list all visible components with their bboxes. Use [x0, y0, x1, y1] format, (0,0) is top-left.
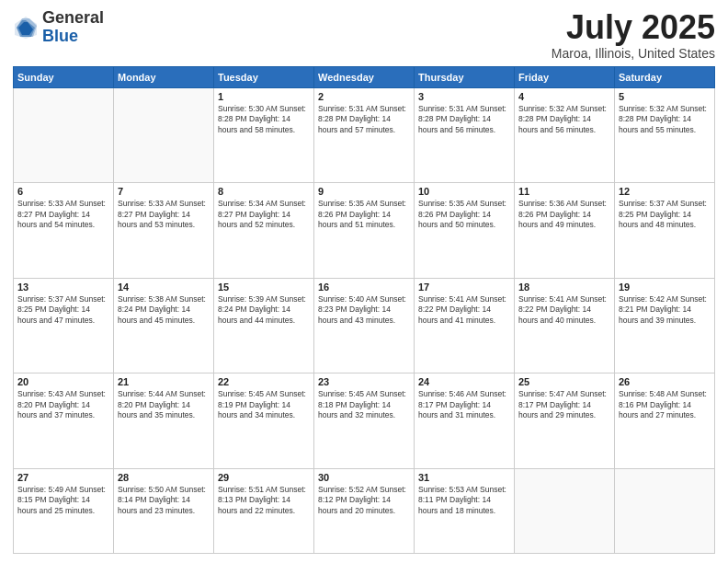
day-detail: Sunrise: 5:41 AM Sunset: 8:22 PM Dayligh… — [418, 294, 510, 326]
table-row: 16Sunrise: 5:40 AM Sunset: 8:23 PM Dayli… — [314, 278, 415, 373]
table-row: 24Sunrise: 5:46 AM Sunset: 8:17 PM Dayli… — [415, 373, 515, 469]
table-row: 10Sunrise: 5:35 AM Sunset: 8:26 PM Dayli… — [415, 183, 515, 279]
logo-blue-text: Blue — [42, 28, 104, 46]
table-row: 25Sunrise: 5:47 AM Sunset: 8:17 PM Dayli… — [515, 373, 615, 469]
day-number: 4 — [518, 91, 610, 102]
day-detail: Sunrise: 5:31 AM Sunset: 8:28 PM Dayligh… — [318, 104, 410, 135]
table-row: 20Sunrise: 5:43 AM Sunset: 8:20 PM Dayli… — [14, 373, 114, 469]
location-title: Maroa, Illinois, United States — [552, 46, 715, 61]
day-number: 27 — [17, 472, 109, 483]
table-row: 17Sunrise: 5:41 AM Sunset: 8:22 PM Dayli… — [415, 278, 515, 373]
day-number: 1 — [218, 91, 310, 102]
col-monday: Monday — [114, 66, 214, 87]
day-number: 6 — [17, 186, 109, 197]
day-detail: Sunrise: 5:34 AM Sunset: 8:27 PM Dayligh… — [218, 199, 310, 230]
col-thursday: Thursday — [415, 66, 515, 87]
table-row: 7Sunrise: 5:33 AM Sunset: 8:27 PM Daylig… — [114, 183, 214, 279]
table-row — [14, 87, 114, 183]
table-row: 22Sunrise: 5:45 AM Sunset: 8:19 PM Dayli… — [214, 373, 314, 469]
col-sunday: Sunday — [14, 66, 114, 87]
day-number: 2 — [318, 91, 410, 102]
table-row — [114, 87, 214, 183]
day-number: 28 — [118, 472, 210, 483]
day-detail: Sunrise: 5:48 AM Sunset: 8:16 PM Dayligh… — [619, 389, 711, 420]
day-detail: Sunrise: 5:53 AM Sunset: 8:11 PM Dayligh… — [418, 485, 510, 516]
day-detail: Sunrise: 5:40 AM Sunset: 8:23 PM Dayligh… — [318, 294, 410, 326]
logo-icon — [13, 15, 39, 40]
day-number: 20 — [17, 376, 109, 387]
table-row: 5Sunrise: 5:32 AM Sunset: 8:28 PM Daylig… — [615, 87, 715, 183]
day-detail: Sunrise: 5:31 AM Sunset: 8:28 PM Dayligh… — [418, 104, 510, 135]
day-number: 26 — [619, 376, 711, 387]
day-detail: Sunrise: 5:52 AM Sunset: 8:12 PM Dayligh… — [318, 485, 410, 516]
day-number: 25 — [518, 376, 610, 387]
day-detail: Sunrise: 5:45 AM Sunset: 8:18 PM Dayligh… — [318, 389, 410, 420]
day-detail: Sunrise: 5:49 AM Sunset: 8:15 PM Dayligh… — [17, 485, 109, 516]
day-number: 29 — [218, 472, 310, 483]
logo-text: General Blue — [42, 9, 104, 46]
day-number: 13 — [17, 282, 109, 293]
day-number: 30 — [318, 472, 410, 483]
day-detail: Sunrise: 5:30 AM Sunset: 8:28 PM Dayligh… — [218, 104, 310, 135]
day-number: 11 — [518, 186, 610, 197]
logo-general-text: General — [42, 9, 104, 28]
col-saturday: Saturday — [615, 66, 715, 87]
table-row: 4Sunrise: 5:32 AM Sunset: 8:28 PM Daylig… — [515, 87, 615, 183]
table-row: 28Sunrise: 5:50 AM Sunset: 8:14 PM Dayli… — [114, 468, 214, 553]
calendar-header-row: Sunday Monday Tuesday Wednesday Thursday… — [14, 66, 715, 87]
table-row — [615, 468, 715, 553]
day-number: 16 — [318, 282, 410, 293]
day-number: 7 — [118, 186, 210, 197]
day-number: 14 — [118, 282, 210, 293]
logo: General Blue — [13, 9, 104, 46]
day-number: 15 — [218, 282, 310, 293]
table-row: 21Sunrise: 5:44 AM Sunset: 8:20 PM Dayli… — [114, 373, 214, 469]
table-row: 29Sunrise: 5:51 AM Sunset: 8:13 PM Dayli… — [214, 468, 314, 553]
day-number: 19 — [619, 282, 711, 293]
day-detail: Sunrise: 5:36 AM Sunset: 8:26 PM Dayligh… — [518, 199, 610, 230]
day-number: 23 — [318, 376, 410, 387]
day-detail: Sunrise: 5:37 AM Sunset: 8:25 PM Dayligh… — [17, 294, 109, 326]
table-row: 9Sunrise: 5:35 AM Sunset: 8:26 PM Daylig… — [314, 183, 415, 279]
day-number: 24 — [418, 376, 510, 387]
day-detail: Sunrise: 5:51 AM Sunset: 8:13 PM Dayligh… — [218, 485, 310, 516]
day-detail: Sunrise: 5:32 AM Sunset: 8:28 PM Dayligh… — [619, 104, 711, 135]
day-number: 21 — [118, 376, 210, 387]
table-row: 26Sunrise: 5:48 AM Sunset: 8:16 PM Dayli… — [615, 373, 715, 469]
table-row: 30Sunrise: 5:52 AM Sunset: 8:12 PM Dayli… — [314, 468, 415, 553]
table-row: 14Sunrise: 5:38 AM Sunset: 8:24 PM Dayli… — [114, 278, 214, 373]
col-tuesday: Tuesday — [214, 66, 314, 87]
table-row: 27Sunrise: 5:49 AM Sunset: 8:15 PM Dayli… — [14, 468, 114, 553]
table-row: 18Sunrise: 5:41 AM Sunset: 8:22 PM Dayli… — [515, 278, 615, 373]
day-detail: Sunrise: 5:47 AM Sunset: 8:17 PM Dayligh… — [518, 389, 610, 420]
table-row: 15Sunrise: 5:39 AM Sunset: 8:24 PM Dayli… — [214, 278, 314, 373]
table-row: 2Sunrise: 5:31 AM Sunset: 8:28 PM Daylig… — [314, 87, 415, 183]
day-detail: Sunrise: 5:38 AM Sunset: 8:24 PM Dayligh… — [118, 294, 210, 326]
title-block: July 2025 Maroa, Illinois, United States — [552, 9, 715, 61]
day-detail: Sunrise: 5:33 AM Sunset: 8:27 PM Dayligh… — [17, 199, 109, 230]
page: General Blue July 2025 Maroa, Illinois, … — [0, 0, 728, 563]
day-number: 12 — [619, 186, 711, 197]
day-number: 17 — [418, 282, 510, 293]
table-row: 1Sunrise: 5:30 AM Sunset: 8:28 PM Daylig… — [214, 87, 314, 183]
day-detail: Sunrise: 5:46 AM Sunset: 8:17 PM Dayligh… — [418, 389, 510, 420]
table-row: 3Sunrise: 5:31 AM Sunset: 8:28 PM Daylig… — [415, 87, 515, 183]
day-detail: Sunrise: 5:43 AM Sunset: 8:20 PM Dayligh… — [17, 389, 109, 420]
table-row: 23Sunrise: 5:45 AM Sunset: 8:18 PM Dayli… — [314, 373, 415, 469]
day-number: 31 — [418, 472, 510, 483]
table-row: 8Sunrise: 5:34 AM Sunset: 8:27 PM Daylig… — [214, 183, 314, 279]
col-wednesday: Wednesday — [314, 66, 415, 87]
table-row: 6Sunrise: 5:33 AM Sunset: 8:27 PM Daylig… — [14, 183, 114, 279]
day-number: 5 — [619, 91, 711, 102]
day-detail: Sunrise: 5:37 AM Sunset: 8:25 PM Dayligh… — [619, 199, 711, 230]
day-number: 9 — [318, 186, 410, 197]
day-detail: Sunrise: 5:39 AM Sunset: 8:24 PM Dayligh… — [218, 294, 310, 326]
day-number: 8 — [218, 186, 310, 197]
table-row: 13Sunrise: 5:37 AM Sunset: 8:25 PM Dayli… — [14, 278, 114, 373]
table-row: 19Sunrise: 5:42 AM Sunset: 8:21 PM Dayli… — [615, 278, 715, 373]
day-number: 18 — [518, 282, 610, 293]
day-detail: Sunrise: 5:42 AM Sunset: 8:21 PM Dayligh… — [619, 294, 711, 326]
day-detail: Sunrise: 5:35 AM Sunset: 8:26 PM Dayligh… — [318, 199, 410, 230]
table-row: 12Sunrise: 5:37 AM Sunset: 8:25 PM Dayli… — [615, 183, 715, 279]
day-number: 10 — [418, 186, 510, 197]
